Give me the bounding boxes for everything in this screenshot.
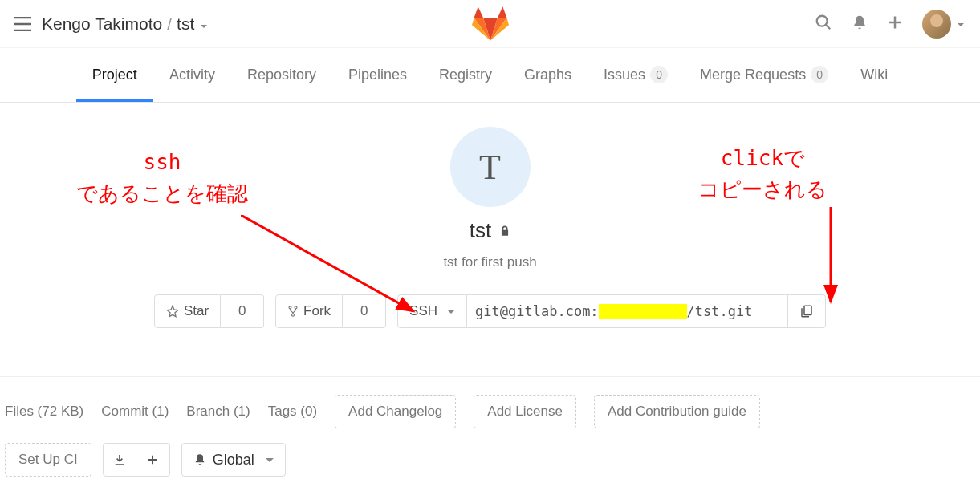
search-icon[interactable] [815,14,832,34]
second-row: Set Up CI Global [0,432,980,493]
copy-icon [799,303,814,319]
project-description: tst for first push [0,254,980,270]
setup-ci-button[interactable]: Set Up CI [5,443,91,477]
clone-group: SSH git@gitlab.com:/tst.git [397,294,826,328]
topbar-actions [815,10,974,39]
add-license-button[interactable]: Add License [474,395,576,428]
svg-point-1 [289,306,291,309]
fork-group: Fork 0 [275,294,386,328]
star-icon [166,305,179,318]
clone-url-input[interactable]: git@gitlab.com:/tst.git [467,294,788,328]
branch-link[interactable]: Branch (1) [186,404,250,420]
svg-point-0 [817,15,828,26]
star-button[interactable]: Star [154,294,221,328]
top-bar: Kengo Takimoto / tst [0,0,980,48]
add-button[interactable] [136,443,170,477]
gitlab-logo-icon[interactable] [472,6,509,45]
download-icon [113,453,126,466]
add-contrib-guide-button[interactable]: Add Contribution guide [594,395,760,428]
annotation-copy: clickで コピーされる [698,143,828,205]
lock-icon [499,225,510,237]
tab-registry[interactable]: Registry [423,48,508,102]
tab-issues[interactable]: Issues 0 [588,48,684,102]
plus-icon [146,453,159,466]
fork-icon [287,304,299,319]
mr-count-badge: 0 [811,66,828,83]
star-group: Star 0 [154,294,264,328]
fork-button[interactable]: Fork [275,294,343,328]
breadcrumb-caret-icon[interactable] [197,14,207,34]
annotation-ssh: ssh であることを確認 [76,147,248,209]
fork-count[interactable]: 0 [343,294,386,328]
stats-row: Files (72 KB) Commit (1) Branch (1) Tags… [0,376,980,432]
tab-project[interactable]: Project [76,48,153,102]
tab-pipelines[interactable]: Pipelines [332,48,423,102]
project-header: T tst tst for first push Star 0 Fork 0 S… [0,103,980,344]
svg-point-3 [292,314,295,316]
project-nav: Project Activity Repository Pipelines Re… [0,48,980,103]
notification-dropdown[interactable]: Global [181,443,286,477]
tab-activity[interactable]: Activity [153,48,231,102]
tab-wiki[interactable]: Wiki [844,48,904,102]
copy-url-button[interactable] [788,294,826,328]
tags-link[interactable]: Tags (0) [268,404,317,420]
add-changelog-button[interactable]: Add Changelog [335,395,456,428]
tab-repository[interactable]: Repository [231,48,332,102]
commit-link[interactable]: Commit (1) [101,404,169,420]
clone-url-redacted [599,304,687,319]
issues-count-badge: 0 [650,66,668,83]
bell-icon [193,452,206,467]
action-row: Star 0 Fork 0 SSH git@gitlab.com:/tst.gi… [0,294,980,328]
tab-graphs[interactable]: Graphs [508,48,588,102]
clone-protocol-dropdown[interactable]: SSH [397,294,467,328]
avatar [922,10,951,39]
plus-icon[interactable] [887,14,903,34]
project-name: tst [0,218,980,243]
star-count[interactable]: 0 [221,294,264,328]
clone-url-suffix: /tst.git [687,303,753,319]
files-link[interactable]: Files (72 KB) [5,404,83,420]
bell-icon[interactable] [852,14,868,34]
hamburger-icon[interactable] [6,8,39,40]
project-avatar: T [450,127,531,207]
tab-merge-requests[interactable]: Merge Requests 0 [684,48,844,102]
clone-url-prefix: git@gitlab.com: [475,303,599,319]
breadcrumb-separator: / [167,14,172,34]
svg-point-2 [295,306,297,309]
user-menu[interactable] [922,10,964,39]
download-button[interactable] [103,443,136,477]
svg-rect-4 [804,306,811,314]
breadcrumb-project[interactable]: tst [177,14,194,34]
user-menu-caret-icon [954,17,964,31]
breadcrumb-owner[interactable]: Kengo Takimoto [42,14,162,34]
breadcrumb[interactable]: Kengo Takimoto / tst [42,14,207,34]
